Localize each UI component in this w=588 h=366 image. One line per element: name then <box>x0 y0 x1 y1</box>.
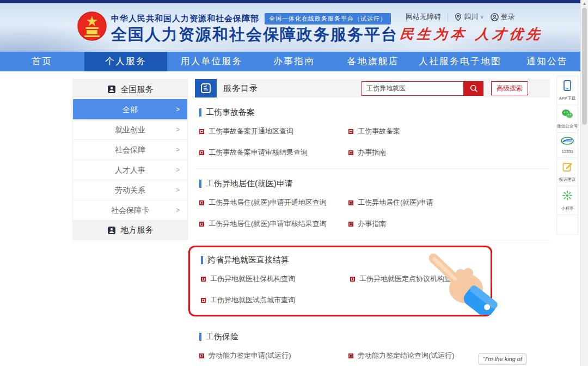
national-service-icon <box>107 85 116 94</box>
local-service-icon <box>107 226 116 235</box>
floatbar-item-微信公众号[interactable]: 微信公众号 <box>556 105 578 133</box>
service-link-label: 办事指南 <box>358 219 386 229</box>
sidebar-item[interactable]: 人才人事> <box>73 160 187 180</box>
section-item-grid: 工伤事故备案开通地区查询工伤事故备案工伤事故备案申请审核结果查询办事指南 <box>199 126 550 157</box>
red-square-bullet-icon <box>201 277 206 282</box>
service-link-label: 工伤异地居住(就医)申请 <box>358 198 433 208</box>
advanced-search-button[interactable]: 高级搜索 <box>491 81 528 95</box>
floatbar-item-APP下载[interactable]: APP下载 <box>556 76 578 105</box>
sidebar-item[interactable]: 社会保障卡> <box>73 200 187 220</box>
service-link[interactable]: 工伤事故备案 <box>348 126 550 136</box>
red-square-bullet-icon <box>348 200 353 205</box>
hotline-12333-icon: 12333 <box>561 137 574 147</box>
red-square-bullet-icon <box>199 222 204 227</box>
nav-item[interactable]: 人社服务电子地图 <box>414 52 506 71</box>
feedback-icon <box>562 162 573 174</box>
service-link[interactable]: 工伤异地居住(就医)申请开通地区查询 <box>199 198 348 208</box>
service-link-label: 工伤异地就医试点城市查询 <box>210 295 295 305</box>
section-title-bar <box>199 180 201 188</box>
section: 工伤事故备案工伤事故备案开通地区查询工伤事故备案工伤事故备案申请审核结果查询办事… <box>195 97 550 169</box>
section-title-text: 工伤保险 <box>206 332 238 342</box>
nav-item[interactable]: 通知公告 <box>506 52 588 71</box>
floatbar-item-label: 投诉建议 <box>559 176 575 182</box>
page-scrollbar[interactable]: ▲ <box>580 0 588 366</box>
service-link-label: 劳动能力鉴定申请(试运行) <box>209 351 291 361</box>
stray-tooltip: "I'm the king of <box>479 353 526 364</box>
chevron-right-icon: > <box>176 160 180 180</box>
section-highlighted: 跨省异地就医直接结算工伤异地就医社保机构查询工伤异地就医定点协议机构查询工伤异地… <box>188 246 492 316</box>
user-icon <box>491 13 499 21</box>
service-link-label: 工伤事故备案申请审核结果查询 <box>209 148 308 157</box>
chevron-right-icon: > <box>176 100 180 120</box>
red-square-bullet-icon <box>199 353 204 358</box>
service-link[interactable]: 办事指南 <box>348 219 550 229</box>
section-title-text: 工伤异地居住(就医)申请 <box>206 179 293 189</box>
ministry-name: 中华人民共和国人力资源和社会保障部 <box>111 14 259 24</box>
app-download-icon <box>562 80 572 93</box>
section-title-bar <box>201 256 203 264</box>
red-square-bullet-icon <box>199 200 204 205</box>
floatbar-item-label: 小程序 <box>561 205 574 211</box>
service-link-label: 劳动能力鉴定结论查询(试运行) <box>358 351 455 361</box>
nav-item[interactable]: 个人服务 <box>84 52 167 71</box>
search-button[interactable] <box>464 81 483 96</box>
nav-item[interactable]: 首页 <box>0 52 84 71</box>
sidebar-item[interactable]: 社会保障> <box>73 139 187 160</box>
service-link[interactable]: 工伤异地居住(就医)申请 <box>348 198 550 208</box>
chevron-right-icon: > <box>176 180 180 200</box>
miniprogram-icon <box>562 190 573 203</box>
sidebar-item[interactable]: 劳动关系> <box>73 180 187 200</box>
service-link-label: 工伤异地居住(就医)申请审核结果查询 <box>209 219 327 229</box>
sidebar-item[interactable]: 全部> <box>73 99 187 119</box>
top-strip <box>0 0 588 3</box>
service-link[interactable]: 办事指南 <box>348 148 550 157</box>
section-title-text: 跨省异地就医直接结算 <box>207 255 289 265</box>
region-selector[interactable]: 四川 ∨ <box>455 12 484 22</box>
search-input[interactable] <box>362 81 464 96</box>
service-link[interactable]: 工伤事故备案申请审核结果查询 <box>199 148 348 157</box>
floatbar-item-label: APP下载 <box>559 95 575 101</box>
service-link-label: 工伤异地就医社保机构查询 <box>210 274 295 284</box>
site-title: 全国人力资源和社会保障政务服务平台 <box>111 24 398 46</box>
nav-item[interactable]: 办事指南 <box>256 52 332 71</box>
red-square-bullet-icon <box>348 222 353 227</box>
chevron-right-icon: > <box>176 200 180 221</box>
scrollbar-thumb[interactable] <box>582 8 587 125</box>
section: 工伤异地居住(就医)申请工伤异地居住(就医)申请开通地区查询工伤异地居住(就医)… <box>195 169 550 240</box>
service-directory-panel: 服务目录 高级搜索 工伤事故备案工伤事故备案开通地区查询工伤事故备案工伤事故备案… <box>195 79 550 366</box>
directory-icon <box>195 79 217 97</box>
floatbar-item-投诉建议[interactable]: 投诉建议 <box>556 157 578 186</box>
floatbar-item-12333[interactable]: 1233312333 <box>556 132 578 158</box>
divider <box>448 13 448 21</box>
search-icon <box>470 84 478 93</box>
site-header: 中华人民共和国人力资源和社会保障部 全国一体化在线政务服务平台（试运行） 全国人… <box>0 0 588 52</box>
login-button[interactable]: 登录 <box>491 12 515 22</box>
floatbar-item-小程序[interactable]: 小程序 <box>556 186 578 215</box>
sidebar-header-local[interactable]: 地方服务 <box>73 220 187 240</box>
sidebar-item-label: 社会保障卡 <box>111 206 149 215</box>
nav-item[interactable]: 用人单位服务 <box>167 52 256 71</box>
floatbar-item-label: 12333 <box>561 149 573 154</box>
sidebar-item-label: 全部 <box>122 105 138 114</box>
red-square-bullet-icon <box>199 150 204 155</box>
service-link[interactable]: 工伤异地就医试点城市查询 <box>201 295 350 305</box>
accessibility-link[interactable]: 网站无障碍 <box>406 12 441 22</box>
service-link[interactable]: 劳动能力鉴定申请(试运行) <box>199 351 348 361</box>
scroll-up-arrow[interactable]: ▲ <box>581 1 588 6</box>
nav-item[interactable]: 各地旗舰店 <box>332 52 414 71</box>
slogan-calligraphy: 民生为本 人才优先 <box>399 25 544 43</box>
wechat-icon <box>561 109 573 121</box>
sidebar-item[interactable]: 就业创业> <box>73 119 187 139</box>
sidebar-item-label: 社会保障 <box>115 145 145 154</box>
platform-badge: 全国一体化在线政务服务平台（试运行） <box>265 13 391 25</box>
location-pin-icon <box>455 13 462 21</box>
red-square-bullet-icon <box>348 150 353 155</box>
red-square-bullet-icon <box>201 298 206 303</box>
sidebar-item-label: 劳动关系 <box>115 186 145 194</box>
service-link[interactable]: 工伤事故备案开通地区查询 <box>199 126 348 136</box>
service-link[interactable]: 工伤异地就医定点协议机构查询 <box>350 274 482 284</box>
section-title-bar <box>199 333 201 341</box>
directory-toolbar: 服务目录 高级搜索 <box>195 79 550 97</box>
service-link[interactable]: 工伤异地就医社保机构查询 <box>201 274 350 284</box>
service-link[interactable]: 工伤异地居住(就医)申请审核结果查询 <box>199 219 348 229</box>
